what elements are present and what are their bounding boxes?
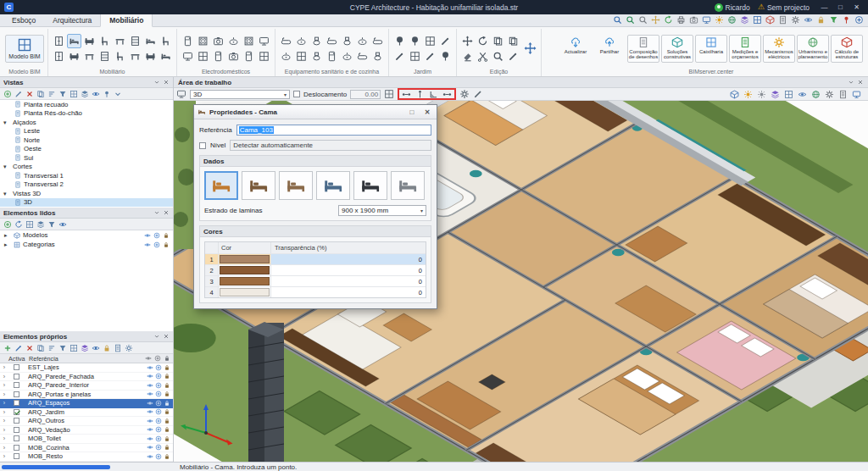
snap-interseccao-icon[interactable] — [442, 90, 452, 99]
tool-base-duche-button[interactable] — [325, 34, 339, 48]
vistas-tool-visibilidade-icon[interactable] — [92, 90, 100, 98]
tool-maquina-lavar-button[interactable] — [211, 34, 225, 48]
filter-icon[interactable] — [829, 15, 838, 25]
panel-collapse-icon[interactable] — [153, 333, 160, 340]
bimserver-partilhar-button[interactable]: Partilhar — [593, 35, 626, 63]
lidos-item-modelos[interactable]: ▸Modelos — [0, 230, 173, 240]
panel-collapse-icon[interactable] — [153, 79, 160, 86]
tool-espelho-button[interactable] — [294, 49, 309, 64]
tool-mesa-apoio-button[interactable] — [82, 49, 97, 64]
lidos-tool-filtrar-icon[interactable] — [47, 220, 56, 229]
proprios-tool-apagar-icon[interactable] — [25, 344, 34, 352]
tool-maquina-secar-button[interactable] — [226, 49, 241, 64]
globe-icon[interactable] — [727, 15, 737, 25]
deslocamento-input[interactable]: 0.00 — [350, 90, 381, 99]
print-icon[interactable] — [676, 15, 686, 25]
activa-checkbox[interactable] — [14, 400, 19, 406]
tool-cortar-button[interactable] — [476, 49, 490, 64]
lidos-tool-importar-icon[interactable] — [3, 220, 12, 229]
tool-rodar-button[interactable] — [476, 34, 490, 48]
tool-banca-button[interactable] — [370, 34, 385, 48]
cor-swatch[interactable] — [220, 255, 270, 263]
activa-checkbox[interactable] — [14, 382, 19, 388]
tool-banco-button[interactable] — [113, 49, 127, 64]
tool-mobiliario-jardim-button[interactable] — [438, 49, 453, 64]
row-expander-icon[interactable]: › — [0, 400, 8, 406]
select-icon[interactable] — [155, 418, 162, 424]
estrado-dropdown[interactable]: 900 x 1900 mm ▾ — [338, 205, 426, 216]
lock-icon[interactable] — [163, 241, 170, 248]
orbita-icon[interactable] — [811, 90, 821, 99]
tool-bide-button[interactable] — [340, 34, 354, 48]
tab-esboco[interactable]: Esboço — [3, 14, 44, 26]
activa-checkbox[interactable] — [14, 427, 19, 433]
elemento-row-mob-resto[interactable]: ›MOB_Resto — [0, 452, 173, 462]
camadas-icon[interactable] — [771, 90, 780, 99]
tool-mesa-jantar-button[interactable] — [128, 49, 142, 64]
lock-icon[interactable] — [164, 408, 170, 415]
vistas-tool-duplicar-icon[interactable] — [36, 90, 45, 98]
properties-dialog[interactable]: Propriedades - Cama □ ✕ Referência Cama_… — [193, 104, 437, 309]
cama-tipo-5-button[interactable] — [353, 171, 387, 200]
activa-checkbox[interactable] — [14, 409, 19, 415]
vistas-tool-grelha-icon[interactable] — [70, 90, 78, 98]
sun-icon[interactable] — [715, 15, 724, 25]
vistas-tool-filtrar-icon[interactable] — [58, 90, 67, 98]
tool-medir-button[interactable] — [491, 49, 505, 64]
snap-settings-icon[interactable] — [459, 89, 470, 99]
bimserver-urbanismo-e-planeamento-button[interactable]: Urbanismo e planeamento — [797, 35, 829, 63]
visibility-icon[interactable] — [147, 418, 153, 424]
zoom-extents-icon[interactable] — [626, 15, 635, 25]
definicoes-icon[interactable] — [825, 90, 834, 99]
visibility-icon[interactable] — [147, 382, 153, 389]
bimserver-calculo-de-estruturas-button[interactable]: Cálculo de estruturas — [831, 35, 863, 63]
tool-apagar-button[interactable] — [460, 49, 475, 64]
row-expander-icon[interactable]: › — [0, 391, 8, 397]
vistas-tree-item-planta-recuado[interactable]: Planta recuado — [0, 100, 173, 109]
transparencia-value[interactable]: 0 — [271, 254, 426, 264]
proprios-tool-filtrar-icon[interactable] — [58, 344, 67, 352]
deslocar-vista-button[interactable] — [523, 42, 537, 56]
row-expander-icon[interactable]: › — [0, 435, 8, 441]
tool-forno-button[interactable] — [242, 34, 256, 48]
tool-esquentador-button[interactable] — [242, 49, 256, 64]
select-icon[interactable] — [155, 453, 162, 460]
row-expander-icon[interactable]: › — [0, 374, 8, 380]
elemento-row-arq-outros[interactable]: ›ARQ_Outros — [0, 417, 173, 426]
tool-editar-button[interactable] — [506, 49, 520, 64]
elemento-row-arq-portas-e-janelas[interactable]: ›ARQ_Portas e janelas — [0, 391, 173, 400]
tool-sofa-button[interactable] — [82, 34, 97, 48]
tool-caminho-button[interactable] — [423, 49, 437, 64]
lock-icon[interactable] — [816, 15, 826, 25]
vistas-tree-item-alcados[interactable]: ▾Alçados — [0, 118, 173, 127]
cor-swatch[interactable] — [220, 288, 270, 296]
transparencia-value[interactable]: 0 — [271, 276, 426, 286]
visibility-icon[interactable] — [147, 400, 153, 407]
tool-vedacao-button[interactable] — [408, 49, 422, 64]
lock-icon[interactable] — [164, 444, 170, 451]
tab-arquitectura[interactable]: Arquitectura — [44, 14, 100, 26]
tree-expander-icon[interactable]: ▸ — [4, 232, 11, 238]
visibility-icon[interactable] — [147, 373, 153, 380]
tool-frigorifico-button[interactable] — [181, 34, 195, 48]
bimserver-medicoes-e-orcamentos-button[interactable]: Medições e orçamentos — [729, 35, 761, 63]
tool-cama-casal-button[interactable] — [159, 49, 173, 64]
tool-sanita-button[interactable] — [309, 34, 324, 48]
lock-icon[interactable] — [164, 418, 170, 424]
proprios-tool-lista-icon[interactable] — [114, 344, 122, 352]
row-expander-icon[interactable]: › — [0, 445, 8, 451]
lidos-item-categorias[interactable]: ▸Categorias — [0, 240, 173, 249]
select-icon[interactable] — [155, 435, 162, 442]
row-expander-icon[interactable]: › — [0, 427, 8, 433]
select-icon[interactable] — [155, 373, 162, 380]
pin-icon[interactable] — [842, 15, 851, 25]
select-icon[interactable] — [155, 364, 162, 371]
vistas-tree-item-vistas-3d[interactable]: ▾Vistas 3D — [0, 189, 173, 198]
tool-comoda-button[interactable] — [52, 49, 66, 64]
select-icon[interactable] — [155, 408, 162, 415]
view-selector[interactable]: 3D ▾ — [190, 90, 290, 99]
layers-icon[interactable] — [740, 15, 749, 25]
tree-expander-icon[interactable]: ▾ — [3, 119, 10, 125]
lidos-tool-visibilidade-icon[interactable] — [58, 220, 67, 229]
vistas-tool-editar-icon[interactable] — [14, 90, 23, 98]
